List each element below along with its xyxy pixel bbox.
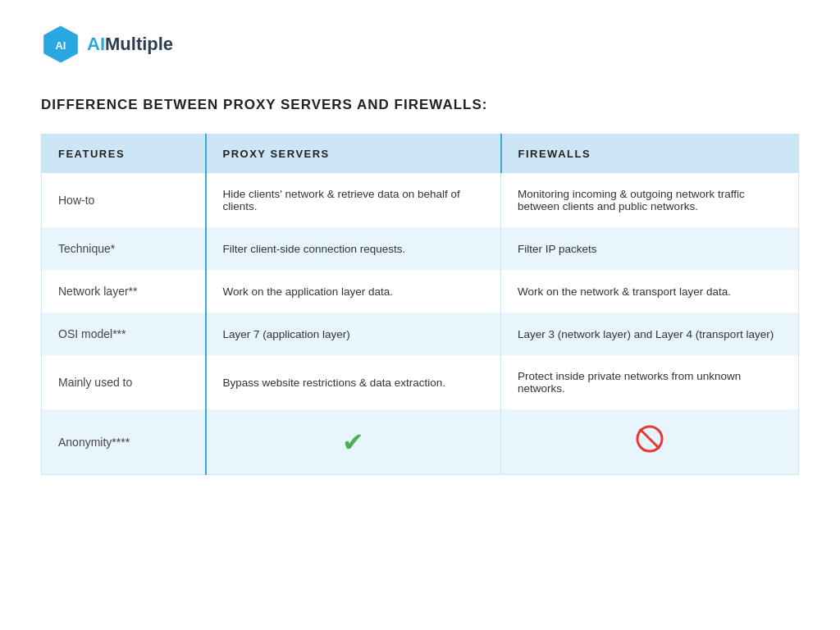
svg-line-3 xyxy=(640,429,660,449)
svg-text:AI: AI xyxy=(56,39,66,52)
table-row: Mainly used toBypass website restriction… xyxy=(42,355,799,409)
logo-icon: AI xyxy=(41,25,80,64)
cell-proxy: Work on the application layer data. xyxy=(206,270,501,313)
col-header-features: FEATURES xyxy=(42,135,206,174)
cell-feature: Network layer** xyxy=(42,270,206,313)
comparison-table: FEATURES PROXY SERVERS FIREWALLS How-toH… xyxy=(41,134,799,475)
cell-feature: Anonymity**** xyxy=(42,409,206,475)
cell-firewall xyxy=(501,409,799,475)
page-wrapper: AI AIMultiple DIFFERENCE BETWEEN PROXY S… xyxy=(0,0,840,500)
table-row: Anonymity****✔ xyxy=(42,409,799,475)
cell-proxy: Filter client-side connection requests. xyxy=(206,227,501,270)
cell-firewall: Filter IP packets xyxy=(501,227,799,270)
table-header-row: FEATURES PROXY SERVERS FIREWALLS xyxy=(42,135,799,174)
cell-proxy: Hide clients' network & retrieve data on… xyxy=(206,173,501,227)
cell-proxy: Bypass website restrictions & data extra… xyxy=(206,355,501,409)
check-icon: ✔ xyxy=(223,427,485,458)
logo-brand: AIMultiple xyxy=(87,34,173,55)
cell-proxy: Layer 7 (application layer) xyxy=(206,313,501,355)
cell-firewall: Monitoring incoming & outgoing network t… xyxy=(501,173,799,227)
cell-feature: How-to xyxy=(42,173,206,227)
col-header-firewall: FIREWALLS xyxy=(501,135,799,174)
table-row: Technique*Filter client-side connection … xyxy=(42,227,799,270)
cell-feature: Mainly used to xyxy=(42,355,206,409)
no-icon xyxy=(518,424,782,459)
no-svg-icon xyxy=(635,424,664,454)
table-row: OSI model***Layer 7 (application layer)L… xyxy=(42,313,799,355)
logo-text: AIMultiple xyxy=(87,34,173,54)
table-body: How-toHide clients' network & retrieve d… xyxy=(42,173,799,475)
page-title: DIFFERENCE BETWEEN PROXY SERVERS AND FIR… xyxy=(41,97,799,113)
cell-firewall: Work on the network & transport layer da… xyxy=(501,270,799,313)
table-row: How-toHide clients' network & retrieve d… xyxy=(42,173,799,227)
col-header-proxy: PROXY SERVERS xyxy=(206,135,501,174)
cell-feature: Technique* xyxy=(42,227,206,270)
cell-proxy: ✔ xyxy=(206,409,501,475)
logo-area: AI AIMultiple xyxy=(41,25,799,64)
cell-firewall: Layer 3 (network layer) and Layer 4 (tra… xyxy=(501,313,799,355)
cell-firewall: Protect inside private networks from unk… xyxy=(501,355,799,409)
cell-feature: OSI model*** xyxy=(42,313,206,355)
table-row: Network layer**Work on the application l… xyxy=(42,270,799,313)
